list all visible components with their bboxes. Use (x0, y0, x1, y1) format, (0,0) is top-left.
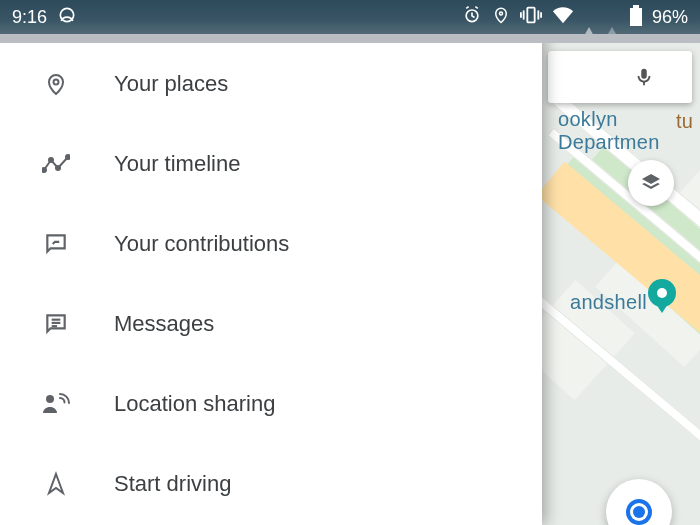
svg-point-4 (66, 155, 70, 159)
status-time: 9:16 (12, 7, 47, 28)
svg-point-2 (49, 158, 53, 162)
layers-button[interactable] (628, 160, 674, 206)
weather-icon (57, 5, 77, 30)
menu-your-timeline[interactable]: Your timeline (0, 124, 542, 204)
map-poi-label: andshell (570, 291, 647, 314)
menu-your-places[interactable]: Your places (0, 44, 542, 124)
navigate-arrow-icon (42, 470, 70, 498)
cell-signal-icon (604, 7, 620, 28)
menu-location-sharing[interactable]: Location sharing (0, 364, 542, 444)
search-bar[interactable] (548, 51, 692, 103)
nav-drawer: Your places Your timeline Your contribut… (0, 34, 542, 525)
svg-point-1 (42, 168, 46, 172)
location-share-icon (42, 390, 70, 418)
mic-icon[interactable] (630, 63, 658, 91)
menu-start-driving[interactable]: Start driving (0, 444, 542, 524)
menu-item-label: Location sharing (114, 391, 275, 417)
svg-rect-12 (527, 7, 534, 22)
write-review-icon (42, 230, 70, 258)
my-location-icon (633, 506, 645, 518)
svg-point-3 (56, 166, 60, 170)
alarm-icon (462, 5, 482, 30)
map-poi-label: tu (676, 110, 693, 133)
map-poi-pin-icon[interactable] (648, 279, 676, 307)
menu-contributions[interactable]: Your contributions (0, 204, 542, 284)
svg-point-0 (54, 80, 59, 85)
place-pin-icon (42, 70, 70, 98)
messages-icon (42, 310, 70, 338)
menu-item-label: Your timeline (114, 151, 240, 177)
menu-item-label: Your places (114, 71, 228, 97)
cell-signal-icon (584, 7, 594, 28)
layers-icon (639, 171, 663, 195)
vibrate-icon (520, 5, 542, 30)
wifi-icon (552, 6, 574, 29)
svg-point-11 (499, 12, 502, 15)
menu-messages[interactable]: Messages (0, 284, 542, 364)
menu-item-label: Messages (114, 311, 214, 337)
battery-percent: 96% (652, 7, 688, 28)
menu-item-label: Start driving (114, 471, 231, 497)
status-bar: 9:16 96% (0, 0, 700, 34)
location-status-icon (492, 5, 510, 30)
battery-icon (630, 8, 642, 26)
svg-point-8 (46, 395, 54, 403)
timeline-icon (42, 150, 70, 178)
menu-item-label: Your contributions (114, 231, 289, 257)
